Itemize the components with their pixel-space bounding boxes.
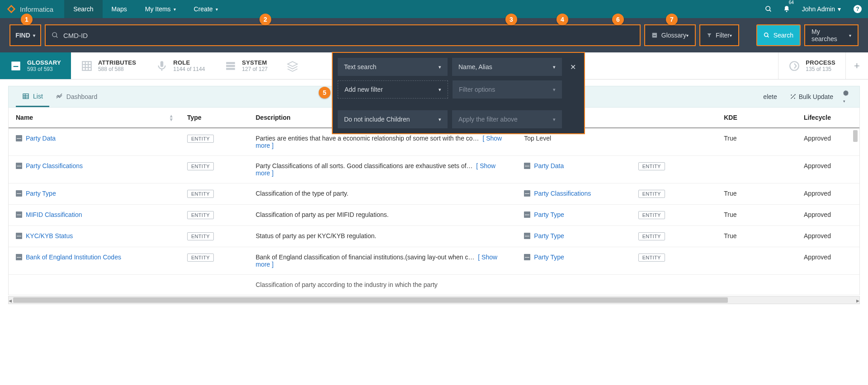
svg-rect-21 [226,65,236,66]
filter-row-close-icon[interactable]: ✕ [566,63,579,71]
delete-action[interactable]: elete [757,93,783,100]
user-menu[interactable]: John Admin▾ [796,0,847,18]
entity-badge: ENTITY [187,254,214,262]
filter-options-select[interactable]: Filter options▾ [453,80,562,99]
kde-value: True [717,128,797,156]
book-icon [524,254,530,260]
grid-icon [81,60,93,72]
entity-badge: ENTITY [638,211,665,219]
row-name-link[interactable]: KYC/KYB Status [26,232,73,239]
svg-line-6 [56,36,57,38]
kde-value: True [717,183,797,205]
include-children-select[interactable]: Do not include Children▾ [338,110,448,128]
row-name-link[interactable]: Bank of England Institution Codes [26,254,121,261]
table-row: MIFID ClassificationENTITYClassification… [9,205,859,226]
svg-rect-13 [82,61,91,70]
callout-4: 4 [557,14,568,25]
filter-type-select[interactable]: Text search▾ [338,58,448,76]
entity-badge: ENTITY [187,162,214,170]
scope-glossary-dropdown[interactable]: Glossary▾ [645,25,695,46]
results-table-wrap: Name▴▾ Type Description KDE Lifecycle Pa… [8,108,860,295]
wand-icon [790,94,796,100]
filter-dropdown[interactable]: Filter▾ [700,25,739,46]
svg-marker-23 [288,61,297,66]
svg-point-32 [795,94,795,95]
stack-icon [225,60,236,72]
cat-add-button[interactable]: + [845,52,868,79]
chart-icon [56,93,63,100]
svg-rect-18 [160,61,164,67]
vertical-scrollbar[interactable] [852,130,859,294]
show-more-link[interactable]: [ Show more ] [255,162,495,177]
view-tab-list[interactable]: List [16,86,49,107]
show-more-link[interactable]: [ Show more ] [255,254,497,268]
nav-search[interactable]: Search [64,0,102,18]
kde-value [717,247,797,275]
apply-filter-select[interactable]: Apply the filter above▾ [452,110,562,128]
kde-value [717,156,797,183]
row-name-link[interactable]: Party Classifications [26,162,83,169]
find-dropdown[interactable]: FIND▾ [10,25,41,46]
notifications-icon[interactable]: 64 [778,0,796,18]
svg-point-5 [52,33,57,37]
row-name-link[interactable]: Party Type [26,190,56,197]
svg-line-10 [768,36,769,38]
nav-maps[interactable]: Maps [103,0,136,18]
entity-badge: ENTITY [638,162,665,170]
svg-rect-20 [226,62,236,64]
horizontal-scrollbar[interactable]: ◂▸ [8,296,860,304]
col-kde: KDE [717,108,797,128]
kde-value: True [717,205,797,226]
cat-glossary[interactable]: GLOSSARY593 of 593 [0,52,71,79]
table-row: Bank of England Institution CodesENTITYB… [9,247,859,275]
view-tab-dashboard[interactable]: Dashboard [49,86,104,107]
nav-create[interactable]: Create▾ [185,0,227,18]
parent-link[interactable]: Party Data [534,162,564,169]
book-icon [16,135,22,141]
callout-1: 1 [21,14,33,25]
my-searches-dropdown[interactable]: My searches▾ [805,25,858,46]
search-input-wrap [45,25,640,46]
book-icon [651,32,658,38]
entity-badge: ENTITY [638,254,665,262]
book-icon [524,233,530,239]
entity-badge: ENTITY [638,232,665,240]
show-more-link[interactable]: [ Show more ] [255,135,502,149]
row-name-link[interactable]: MIFID Classification [26,211,82,218]
filter-fields-select[interactable]: Name, Alias▾ [452,58,562,76]
cat-more-icon[interactable] [279,52,306,79]
kde-value: True [717,226,797,247]
row-name-link[interactable]: Party Data [26,135,56,142]
cat-system[interactable]: SYSTEM127 of 127 [215,52,278,79]
cat-role[interactable]: ROLE1144 of 1144 [146,52,215,79]
book-icon [524,190,530,197]
lifecycle-value: Approved [797,156,859,183]
help-icon[interactable]: ? [854,5,862,13]
svg-rect-25 [23,94,28,99]
parent-link[interactable]: Party Type [534,232,564,239]
lifecycle-value: Approved [797,226,859,247]
parent-link[interactable]: Party Classifications [534,190,591,197]
callout-6: 6 [612,14,624,25]
bulk-update-action[interactable]: Bulk Update [783,93,840,100]
search-input[interactable] [63,25,634,46]
parent-link[interactable]: Party Type [534,254,564,261]
svg-point-9 [764,33,768,37]
nav-myitems[interactable]: My Items▾ [136,0,185,18]
brand-logo-icon [6,4,16,14]
col-lifecycle: Lifecycle [797,108,859,128]
book-icon [10,60,22,72]
process-icon [788,60,800,72]
global-search-icon[interactable] [760,0,778,18]
settings-gear-icon[interactable]: ▾ [840,89,852,104]
lifecycle-value: Approved [797,247,859,275]
cat-attributes[interactable]: ATTRIBUTES588 of 588 [71,52,146,79]
sort-icon[interactable]: ▴▾ [170,114,173,121]
col-type: Type [180,108,249,128]
col-name: Name▴▾ [9,108,180,128]
add-new-filter[interactable]: Add new filter▾ [338,80,448,99]
cat-process[interactable]: PROCESS135 of 135 [778,52,845,79]
search-button[interactable]: Search [757,25,800,46]
search-icon [52,32,59,39]
parent-link[interactable]: Party Type [534,211,564,218]
